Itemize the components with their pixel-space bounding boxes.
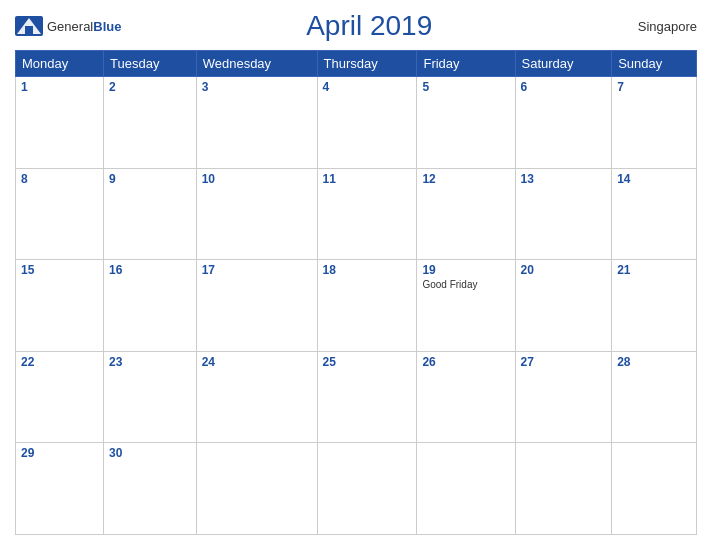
table-row: 15 bbox=[16, 260, 104, 352]
generalblue-logo-icon bbox=[15, 16, 43, 36]
day-number: 13 bbox=[521, 172, 607, 186]
table-row: 12 bbox=[417, 168, 515, 260]
day-number: 17 bbox=[202, 263, 312, 277]
day-number: 15 bbox=[21, 263, 98, 277]
table-row: 1 bbox=[16, 77, 104, 169]
country-label: Singapore bbox=[617, 19, 697, 34]
table-row: 22 bbox=[16, 351, 104, 443]
table-row: 10 bbox=[196, 168, 317, 260]
table-row: 3 bbox=[196, 77, 317, 169]
day-number: 16 bbox=[109, 263, 191, 277]
day-number: 2 bbox=[109, 80, 191, 94]
table-row: 27 bbox=[515, 351, 612, 443]
logo-general: General bbox=[47, 19, 93, 34]
logo-text: GeneralBlue bbox=[47, 17, 121, 35]
holiday-label: Good Friday bbox=[422, 279, 509, 290]
table-row: 5 bbox=[417, 77, 515, 169]
day-number: 23 bbox=[109, 355, 191, 369]
table-row: 29 bbox=[16, 443, 104, 535]
month-title: April 2019 bbox=[121, 10, 617, 42]
weekday-header-wednesday: Wednesday bbox=[196, 51, 317, 77]
table-row: 28 bbox=[612, 351, 697, 443]
table-row: 8 bbox=[16, 168, 104, 260]
day-number: 1 bbox=[21, 80, 98, 94]
day-number: 27 bbox=[521, 355, 607, 369]
table-row: 16 bbox=[104, 260, 197, 352]
day-number: 14 bbox=[617, 172, 691, 186]
day-number: 20 bbox=[521, 263, 607, 277]
table-row bbox=[612, 443, 697, 535]
table-row: 13 bbox=[515, 168, 612, 260]
table-row: 14 bbox=[612, 168, 697, 260]
table-row: 25 bbox=[317, 351, 417, 443]
week-row-4: 22232425262728 bbox=[16, 351, 697, 443]
table-row: 18 bbox=[317, 260, 417, 352]
table-row: 11 bbox=[317, 168, 417, 260]
weekday-header-saturday: Saturday bbox=[515, 51, 612, 77]
day-number: 19 bbox=[422, 263, 509, 277]
logo-blue: Blue bbox=[93, 19, 121, 34]
table-row: 4 bbox=[317, 77, 417, 169]
table-row: 2 bbox=[104, 77, 197, 169]
logo: GeneralBlue bbox=[15, 16, 121, 36]
table-row: 9 bbox=[104, 168, 197, 260]
table-row: 19Good Friday bbox=[417, 260, 515, 352]
week-row-3: 1516171819Good Friday2021 bbox=[16, 260, 697, 352]
day-number: 26 bbox=[422, 355, 509, 369]
day-number: 12 bbox=[422, 172, 509, 186]
day-number: 25 bbox=[323, 355, 412, 369]
day-number: 11 bbox=[323, 172, 412, 186]
calendar-header: GeneralBlue April 2019 Singapore bbox=[15, 10, 697, 42]
day-number: 8 bbox=[21, 172, 98, 186]
table-row: 20 bbox=[515, 260, 612, 352]
table-row: 7 bbox=[612, 77, 697, 169]
weekday-header-tuesday: Tuesday bbox=[104, 51, 197, 77]
weekday-header-sunday: Sunday bbox=[612, 51, 697, 77]
week-row-5: 2930 bbox=[16, 443, 697, 535]
table-row bbox=[317, 443, 417, 535]
week-row-1: 1234567 bbox=[16, 77, 697, 169]
day-number: 10 bbox=[202, 172, 312, 186]
table-row bbox=[196, 443, 317, 535]
svg-rect-2 bbox=[25, 26, 33, 34]
table-row: 17 bbox=[196, 260, 317, 352]
week-row-2: 891011121314 bbox=[16, 168, 697, 260]
table-row: 23 bbox=[104, 351, 197, 443]
day-number: 5 bbox=[422, 80, 509, 94]
day-number: 4 bbox=[323, 80, 412, 94]
day-number: 7 bbox=[617, 80, 691, 94]
weekday-header-thursday: Thursday bbox=[317, 51, 417, 77]
table-row: 26 bbox=[417, 351, 515, 443]
day-number: 6 bbox=[521, 80, 607, 94]
day-number: 24 bbox=[202, 355, 312, 369]
table-row bbox=[417, 443, 515, 535]
day-number: 30 bbox=[109, 446, 191, 460]
day-number: 22 bbox=[21, 355, 98, 369]
table-row: 21 bbox=[612, 260, 697, 352]
day-number: 3 bbox=[202, 80, 312, 94]
weekday-header-row: MondayTuesdayWednesdayThursdayFridaySatu… bbox=[16, 51, 697, 77]
day-number: 21 bbox=[617, 263, 691, 277]
calendar-table: MondayTuesdayWednesdayThursdayFridaySatu… bbox=[15, 50, 697, 535]
table-row: 24 bbox=[196, 351, 317, 443]
day-number: 29 bbox=[21, 446, 98, 460]
weekday-header-friday: Friday bbox=[417, 51, 515, 77]
day-number: 28 bbox=[617, 355, 691, 369]
day-number: 18 bbox=[323, 263, 412, 277]
day-number: 9 bbox=[109, 172, 191, 186]
weekday-header-monday: Monday bbox=[16, 51, 104, 77]
table-row bbox=[515, 443, 612, 535]
table-row: 6 bbox=[515, 77, 612, 169]
table-row: 30 bbox=[104, 443, 197, 535]
